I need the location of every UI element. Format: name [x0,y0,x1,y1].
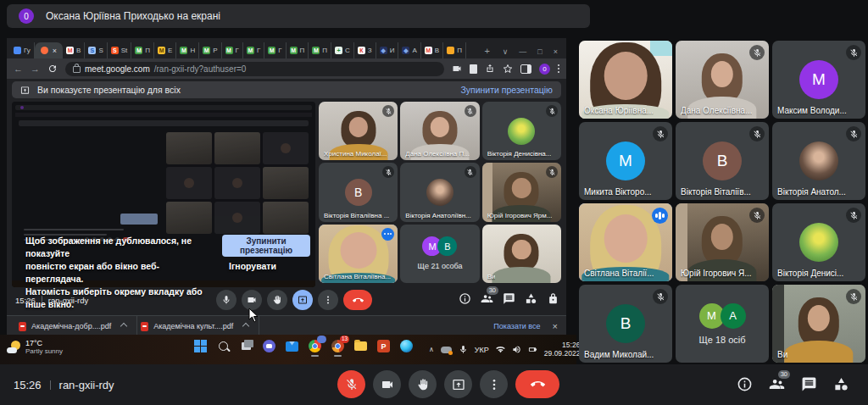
taskbar-app-task-view[interactable] [239,339,253,353]
camera-button[interactable] [373,370,401,398]
close-button[interactable]: × [554,47,558,56]
participant-tile[interactable]: MМаксим Володи... [772,41,865,119]
browser-tab[interactable]: МП [287,42,309,58]
minimize-button[interactable]: — [519,47,526,56]
tab-search-icon[interactable]: ∨ [503,47,509,56]
address-bar[interactable]: meet.google.com /ran-gxii-rdy?authuser=0 [65,62,444,76]
ignore-button[interactable]: Ігнорувати [229,261,276,271]
taskbar-clock[interactable]: 15:26 29.09.2022 [544,341,581,358]
stop-presenting-link[interactable]: Зупинити презентацію [460,85,553,95]
taskbar-app-edge[interactable] [399,339,414,353]
browser-tab[interactable]: ◆И [376,42,399,58]
participant-tile[interactable]: Юрій Ігорович Я... [676,203,769,281]
info-icon[interactable] [737,376,753,392]
inner-people-icon[interactable]: 30 [481,292,493,305]
browser-tab[interactable]: МН [176,42,199,58]
new-tab-button[interactable]: + [481,44,494,58]
taskbar-app-mail[interactable] [285,339,299,353]
participant-tile[interactable]: BВікторія Віталіївна ... [319,163,398,221]
participant-tile[interactable]: Ви [482,225,561,283]
browser-tab[interactable]: Гу [10,42,35,58]
reload-button[interactable] [47,64,58,74]
browser-menu-icon[interactable] [558,64,559,73]
profile-avatar[interactable]: 0 [539,64,550,75]
camera-in-use-icon[interactable] [452,64,462,74]
more-options-button[interactable] [480,370,508,398]
raise-hand-button[interactable] [409,370,437,398]
inner-chat-icon[interactable] [503,292,515,305]
show-all-downloads-link[interactable]: Показати все [493,322,540,330]
browser-tab[interactable]: МГ [264,42,286,58]
participant-tile[interactable]: Вікторія Анатол... [772,122,865,200]
participant-tile[interactable]: BВікторія Віталіїв... [676,122,769,200]
browser-tab[interactable]: +С [331,42,354,58]
inner-host-controls-icon[interactable] [547,292,559,305]
participant-tile[interactable]: BВадим Миколай... [579,285,672,363]
download-item[interactable]: Академічна-добр....pdf [15,316,137,336]
keyboard-language[interactable]: УКР [475,346,489,354]
browser-tab[interactable]: × [35,42,63,58]
taskbar-app-teams-chat[interactable] [262,339,276,353]
present-button[interactable] [444,370,472,398]
participant-tile[interactable]: Юрій Ігорович Ярм... [482,163,561,221]
bookmark-star-icon[interactable] [503,64,513,74]
tab-close-icon[interactable]: × [53,47,57,55]
leave-call-button[interactable] [515,370,559,398]
participant-tile[interactable]: Дана Олексіївна... [676,41,769,119]
browser-tab[interactable]: MВ [63,42,85,58]
participant-tile[interactable]: Оксана Юріївна... [579,41,672,119]
stop-presentation-button[interactable]: Зупинити презентацію [222,235,310,257]
browser-tab[interactable]: МЕ [154,42,176,58]
side-panel-icon[interactable] [520,64,531,74]
participant-tile[interactable]: Ви [772,285,865,363]
inner-info-icon[interactable] [459,292,471,305]
participant-tile[interactable]: Христина Миколаї... [319,102,398,160]
mic-muted-button[interactable] [337,370,365,398]
forward-button[interactable]: → [31,64,40,74]
participant-tile[interactable]: MМикита Вікторо... [579,122,672,200]
browser-tab[interactable]: SS [85,42,107,58]
participant-tile[interactable]: Світлана Віталіївна... [319,225,398,283]
participant-tile[interactable]: Вікторія Анатоліївн... [400,163,479,221]
activities-icon[interactable] [833,376,849,392]
inner-more-options-button[interactable] [318,290,338,310]
volume-icon[interactable] [512,345,521,354]
taskbar-app-file-explorer[interactable] [353,339,368,353]
browser-tab[interactable]: МГ [243,42,264,58]
chevron-up-icon[interactable] [120,323,127,330]
browser-tab[interactable]: MВ [421,42,443,58]
share-icon[interactable] [485,64,495,74]
browser-tab[interactable]: ◆А [398,42,420,58]
download-item[interactable]: Академічна культ....pdf [137,316,259,336]
browser-tab[interactable]: SSt [108,42,132,58]
tile-menu-button[interactable] [381,228,394,241]
taskbar-app-powerpoint[interactable]: P [376,339,391,353]
restore-button[interactable]: □ [537,47,542,56]
wifi-icon[interactable] [496,345,505,354]
taskbar-app-search[interactable] [216,339,231,353]
back-button[interactable]: ← [14,64,23,74]
inner-leave-call-button[interactable] [343,290,372,310]
chat-icon[interactable] [801,376,817,392]
participant-tile[interactable]: Дана Олексіївна П... [400,102,479,160]
browser-tab[interactable]: МП [131,42,154,58]
browser-tab[interactable]: КЗ [354,42,376,58]
browser-tab[interactable]: МГ [222,42,243,58]
browser-tab[interactable]: МР [199,42,221,58]
participant-tile[interactable]: MBЩе 21 особа [400,225,479,283]
participant-tile[interactable]: MAЩе 18 осіб [676,285,769,363]
translate-icon[interactable] [470,64,477,74]
participant-tile[interactable]: Вікторія Денисівна... [482,102,561,160]
inner-activities-icon[interactable] [525,292,537,305]
tray-overflow-icon[interactable]: ∧ [429,346,434,353]
browser-tab[interactable]: МП [309,42,331,58]
participant-tile[interactable]: Світлана Віталії... [579,203,672,281]
taskbar-app-start[interactable] [193,339,208,353]
tray-mic-icon[interactable] [459,345,468,354]
close-downloads-icon[interactable]: × [553,321,558,331]
browser-tab[interactable]: П [443,42,466,58]
taskbar-weather-widget[interactable]: 17°C Partly sunny [7,339,63,355]
people-icon[interactable]: 30 [769,376,785,392]
participant-tile[interactable]: Вікторія Денисі... [772,203,865,281]
taskbar-app-chrome-profile-2[interactable]: 13 [331,339,345,353]
